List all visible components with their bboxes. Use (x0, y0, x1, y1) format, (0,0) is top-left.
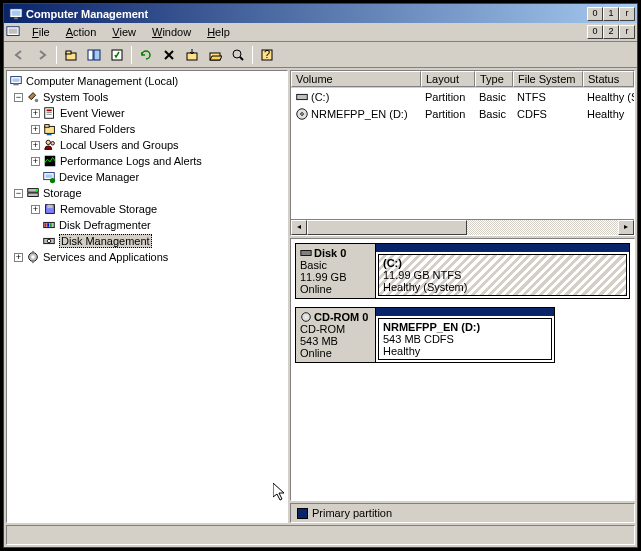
collapse-icon[interactable]: − (14, 189, 23, 198)
scroll-thumb[interactable] (307, 220, 467, 235)
collapse-icon[interactable]: − (14, 93, 23, 102)
computer-icon (9, 74, 23, 88)
col-volume[interactable]: Volume (291, 71, 421, 87)
disk-box[interactable]: CD-ROM 0 CD-ROM 543 MB Online NRMEFPP_EN… (295, 307, 555, 363)
find-button[interactable] (227, 44, 249, 66)
cd-icon (295, 107, 309, 121)
tree-system-tools[interactable]: − System Tools (9, 89, 285, 105)
minimize-button[interactable]: 0 (587, 7, 603, 21)
maximize-button[interactable]: 1 (603, 7, 619, 21)
users-icon (43, 138, 57, 152)
tree-label: Shared Folders (60, 123, 135, 135)
cdrom-icon (300, 311, 312, 323)
tree-removable[interactable]: + Removable Storage (9, 201, 285, 217)
up-button[interactable] (60, 44, 82, 66)
svg-point-26 (51, 142, 55, 146)
legend-panel: Primary partition (290, 503, 635, 523)
svg-rect-2 (14, 17, 18, 19)
disk-graphical-panel[interactable]: Disk 0 Basic 11.99 GB Online (C:) 11.99 … (290, 238, 635, 501)
mdi-close-button[interactable]: r (619, 25, 635, 39)
tree-perf-logs[interactable]: + Performance Logs and Alerts (9, 153, 285, 169)
forward-button[interactable] (31, 44, 53, 66)
defrag-icon (42, 218, 56, 232)
expand-icon[interactable]: + (31, 205, 40, 214)
svg-rect-46 (297, 94, 308, 99)
tree-label: Removable Storage (60, 203, 157, 215)
tree-shared-folders[interactable]: + Shared Folders (9, 121, 285, 137)
svg-rect-16 (13, 78, 20, 82)
storage-icon (26, 186, 40, 200)
svg-rect-7 (88, 50, 93, 60)
scroll-right-button[interactable]: ▸ (618, 220, 634, 235)
expand-icon[interactable]: + (31, 109, 40, 118)
partition-box[interactable]: (C:) 11.99 GB NTFS Healthy (System) (378, 254, 627, 296)
volume-row[interactable]: NRMEFPP_EN (D:) Partition Basic CDFS Hea… (291, 105, 634, 122)
services-icon (26, 250, 40, 264)
expand-icon[interactable]: + (31, 157, 40, 166)
col-type[interactable]: Type (475, 71, 513, 87)
refresh-button[interactable] (135, 44, 157, 66)
tree-label-selected: Disk Management (59, 234, 152, 248)
mdi-minimize-button[interactable]: 0 (587, 25, 603, 39)
svg-rect-45 (32, 261, 34, 264)
expand-icon[interactable]: + (31, 141, 40, 150)
horizontal-scrollbar[interactable]: ◂ ▸ (291, 219, 634, 235)
legend-swatch-primary (297, 508, 308, 519)
scroll-left-button[interactable]: ◂ (291, 220, 307, 235)
tree-panel[interactable]: Computer Management (Local) − System Too… (6, 70, 288, 523)
col-fs[interactable]: File System (513, 71, 583, 87)
volume-list-panel: Volume Layout Type File System Status (C… (290, 70, 635, 236)
svg-rect-49 (301, 250, 311, 255)
delete-button[interactable] (158, 44, 180, 66)
tree-event-viewer[interactable]: + Event Viewer (9, 105, 285, 121)
menu-action[interactable]: Action (58, 24, 105, 40)
back-button[interactable] (8, 44, 30, 66)
toolbar: ? (4, 42, 637, 68)
help-button[interactable]: ? (256, 44, 278, 66)
svg-rect-21 (47, 112, 52, 113)
menu-view[interactable]: View (104, 24, 144, 40)
disk-mgmt-icon (42, 234, 56, 248)
hdd-icon (300, 247, 312, 259)
tree-label: System Tools (43, 91, 108, 103)
expand-icon[interactable]: + (31, 125, 40, 134)
close-button[interactable]: r (619, 7, 635, 21)
tree-defrag[interactable]: Disk Defragmenter (9, 217, 285, 233)
open-button[interactable] (204, 44, 226, 66)
svg-rect-37 (45, 223, 47, 227)
properties-button[interactable] (106, 44, 128, 66)
svg-point-41 (47, 239, 51, 243)
window-title: Computer Management (26, 8, 587, 20)
tree-local-users[interactable]: + Local Users and Groups (9, 137, 285, 153)
partition-box[interactable]: NRMEFPP_EN (D:) 543 MB CDFS Healthy (378, 318, 552, 360)
svg-rect-4 (9, 29, 18, 34)
col-layout[interactable]: Layout (421, 71, 475, 87)
disk-box[interactable]: Disk 0 Basic 11.99 GB Online (C:) 11.99 … (295, 243, 630, 299)
svg-rect-38 (47, 223, 49, 227)
title-bar[interactable]: Computer Management 0 1 r (4, 4, 637, 23)
disk-icon (295, 90, 309, 104)
menu-window[interactable]: Window (144, 24, 199, 40)
workspace: Computer Management (Local) − System Too… (4, 68, 637, 525)
menu-help[interactable]: Help (199, 24, 238, 40)
volume-row[interactable]: (C:) Partition Basic NTFS Healthy (Syste… (291, 88, 634, 105)
app-window: Computer Management 0 1 r File Action Vi… (3, 3, 638, 548)
menu-file[interactable]: File (24, 24, 58, 40)
tree-device-mgr[interactable]: Device Manager (9, 169, 285, 185)
status-bar (6, 525, 635, 545)
device-mgr-icon (42, 170, 56, 184)
mdi-restore-button[interactable]: 2 (603, 25, 619, 39)
tree-label: Services and Applications (43, 251, 168, 263)
expand-icon[interactable]: + (14, 253, 23, 262)
tree-storage[interactable]: − Storage (9, 185, 285, 201)
tree-disk-mgmt[interactable]: Disk Management (9, 233, 285, 249)
svg-rect-24 (45, 125, 49, 128)
col-status[interactable]: Status (583, 71, 634, 87)
event-viewer-icon (43, 106, 57, 120)
tree-services[interactable]: + Services and Applications (9, 249, 285, 265)
disk-info: CD-ROM 0 CD-ROM 543 MB Online (296, 308, 376, 362)
show-hide-tree-button[interactable] (83, 44, 105, 66)
tree-label: Event Viewer (60, 107, 125, 119)
export-button[interactable] (181, 44, 203, 66)
tree-root[interactable]: Computer Management (Local) (9, 73, 285, 89)
